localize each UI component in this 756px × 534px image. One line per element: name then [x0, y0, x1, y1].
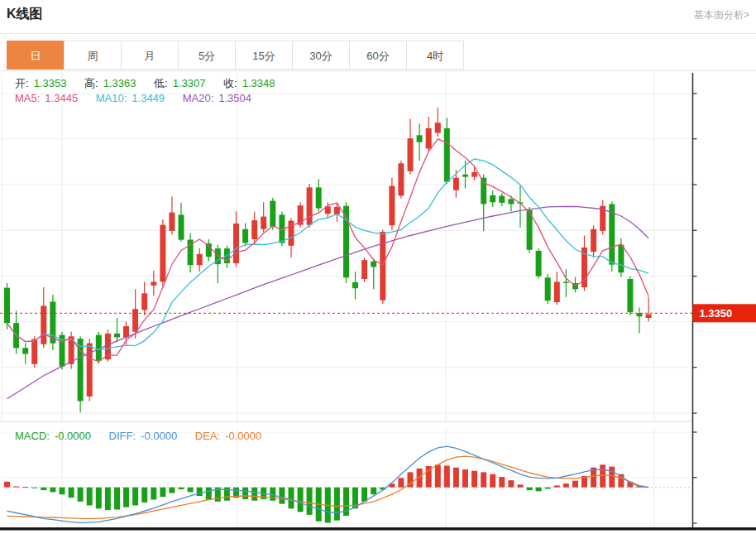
- ma20-label: MA20:: [183, 92, 214, 104]
- candles-layer: [4, 108, 652, 413]
- ohlc-legend: 开:1.3353 高:1.3363 低:1.3307 收:1.3348: [15, 76, 280, 91]
- macd-label: MACD:: [15, 430, 50, 442]
- current-price-value: 1.3350: [700, 307, 733, 320]
- kline-page: 1.38251.37271.36281.35291.34301.33321.32…: [0, 0, 756, 534]
- ma-legend: MA5:1.3445 MA10:1.3449 MA20:1.3504: [15, 92, 256, 104]
- ma5-label: MA5:: [15, 92, 40, 104]
- close-value: 1.3348: [242, 77, 275, 89]
- tab-month[interactable]: 月: [121, 41, 179, 70]
- ma10-value: 1.3449: [132, 92, 165, 104]
- page-title: K线图: [7, 6, 43, 23]
- timeframe-tabs: 日 周 月 5分 15分 30分 60分 4时: [0, 41, 756, 71]
- dea-label: DEA:: [195, 430, 220, 442]
- close-label: 收:: [223, 77, 237, 89]
- price-tag: 1.3350: [693, 304, 756, 322]
- open-label: 开:: [15, 77, 29, 89]
- tab-15min[interactable]: 15分: [235, 41, 293, 70]
- tab-4hour[interactable]: 4时: [406, 41, 464, 70]
- open-value: 1.3353: [34, 77, 67, 89]
- diff-value: -0.0000: [141, 430, 177, 442]
- macd-value: -0.0000: [55, 430, 91, 442]
- low-label: 低:: [154, 77, 168, 89]
- high-value: 1.3363: [103, 77, 136, 89]
- page-header: K线图 基本面分析>: [0, 0, 756, 34]
- tab-week[interactable]: 周: [64, 41, 122, 70]
- tab-30min[interactable]: 30分: [292, 41, 350, 70]
- tab-5min[interactable]: 5分: [178, 41, 236, 70]
- ma5-line: [7, 139, 649, 362]
- grid-lines: [0, 73, 693, 527]
- fundamental-analysis-link[interactable]: 基本面分析>: [694, 8, 749, 22]
- dea-value: -0.0000: [225, 430, 261, 442]
- macd-legend: MACD:-0.0000 DIFF:-0.0000 DEA:-0.0000: [15, 430, 266, 442]
- ma5-value: 1.3445: [45, 92, 78, 104]
- tab-day[interactable]: 日: [7, 41, 65, 70]
- tab-60min[interactable]: 60分: [349, 41, 407, 70]
- ma20-value: 1.3504: [218, 92, 251, 104]
- high-label: 高:: [84, 77, 98, 89]
- ma20-line: [7, 206, 649, 398]
- ma-lines: [7, 139, 649, 399]
- ma10-label: MA10:: [96, 92, 127, 104]
- macd-panel: [2, 446, 693, 522]
- low-value: 1.3307: [173, 77, 206, 89]
- diff-label: DIFF:: [109, 430, 136, 442]
